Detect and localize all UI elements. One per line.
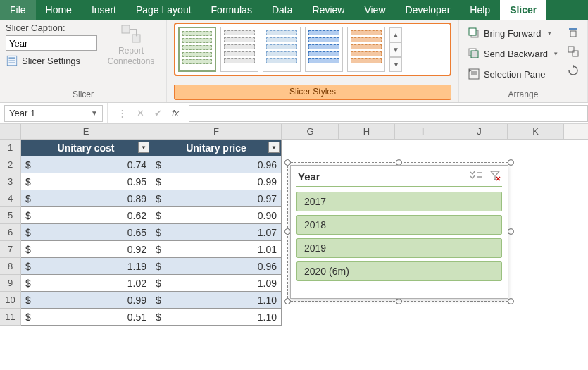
tab-help[interactable]: Help <box>460 0 500 20</box>
slicer-settings-button[interactable]: Slicer Settings <box>6 53 97 67</box>
table-cell[interactable]: $0.96 <box>151 258 282 275</box>
cancel-icon[interactable]: ✕ <box>137 108 144 118</box>
table-cell[interactable]: $0.96 <box>151 156 282 173</box>
row-header[interactable]: 8 <box>0 258 21 275</box>
table-cell[interactable]: $0.99 <box>21 292 151 309</box>
rotate-button[interactable] <box>565 62 582 79</box>
tab-home[interactable]: Home <box>36 0 82 20</box>
select-all-corner[interactable] <box>0 124 21 139</box>
report-connections-label-1: Report <box>118 47 144 56</box>
table-cell[interactable]: $0.97 <box>151 190 282 207</box>
table-cell[interactable]: $0.74 <box>21 156 151 173</box>
selection-pane-button[interactable]: Selection Pane <box>465 65 561 83</box>
resize-handle-s[interactable] <box>396 298 402 304</box>
table-cell[interactable]: $0.95 <box>21 173 151 190</box>
report-connections-button: Report Connections <box>101 23 161 66</box>
formula-input[interactable] <box>189 105 588 122</box>
col-header-f[interactable]: F <box>151 124 282 139</box>
row-header[interactable]: 4 <box>0 190 21 207</box>
multi-select-icon[interactable] <box>470 170 482 183</box>
row-header[interactable]: 2 <box>0 156 21 173</box>
filter-dropdown-icon[interactable]: ▼ <box>138 142 149 153</box>
col-header-j[interactable]: J <box>451 124 508 139</box>
fx-icon[interactable]: fx <box>172 108 179 118</box>
row-header[interactable]: 7 <box>0 241 21 258</box>
table-cell[interactable]: $0.51 <box>21 309 151 326</box>
table-cell[interactable]: $1.09 <box>151 275 282 292</box>
table-cell[interactable]: $0.65 <box>21 224 151 241</box>
ribbon: Slicer Caption: Slicer Settings Report C… <box>0 20 588 103</box>
row-header[interactable]: 5 <box>0 207 21 224</box>
resize-handle-e[interactable] <box>508 228 514 235</box>
slicer-style-5[interactable] <box>347 27 385 72</box>
name-box-value: Year 1 <box>9 108 35 118</box>
slicer-style-3[interactable] <box>263 27 301 72</box>
col-header-i[interactable]: I <box>395 124 451 139</box>
resize-handle-sw[interactable] <box>284 298 291 304</box>
slicer-item-2020[interactable]: 2020 (6m) <box>296 261 502 281</box>
table-cell[interactable]: $0.62 <box>21 207 151 224</box>
tab-slicer[interactable]: Slicer <box>500 0 546 20</box>
row-header[interactable]: 3 <box>0 173 21 190</box>
table-cell[interactable]: $0.89 <box>21 190 151 207</box>
table-cell[interactable]: $0.92 <box>21 241 151 258</box>
name-box[interactable]: Year 1 ▼ <box>4 105 103 122</box>
table-header-cell[interactable]: Unitary price▼ <box>151 140 282 156</box>
row-header[interactable]: 6 <box>0 224 21 241</box>
col-header-k[interactable]: K <box>508 124 564 139</box>
tab-insert[interactable]: Insert <box>82 0 126 20</box>
table-cell[interactable]: $1.02 <box>21 275 151 292</box>
options-icon[interactable]: ⋮ <box>118 108 127 118</box>
slicer-year[interactable]: Year 2017 2018 2019 2020 (6m) <box>290 165 508 299</box>
row-header[interactable]: 11 <box>0 309 21 326</box>
slicer-item-2018[interactable]: 2018 <box>296 215 502 235</box>
slicer-style-4[interactable] <box>305 27 343 72</box>
chevron-down-icon[interactable]: ▾ <box>551 50 558 57</box>
row-header[interactable]: 9 <box>0 275 21 292</box>
tab-file[interactable]: File <box>0 0 36 20</box>
resize-handle-ne[interactable] <box>508 159 514 166</box>
table-cell[interactable]: $1.07 <box>151 224 282 241</box>
slicer-item-2019[interactable]: 2019 <box>296 238 502 258</box>
resize-handle-se[interactable] <box>508 298 514 304</box>
chevron-down-icon[interactable]: ▼ <box>91 109 98 117</box>
align-button[interactable] <box>565 24 582 41</box>
col-header-g[interactable]: G <box>282 124 339 139</box>
table-cell[interactable]: $0.99 <box>151 173 282 190</box>
row-header[interactable]: 10 <box>0 292 21 309</box>
svg-rect-10 <box>471 51 478 58</box>
report-connections-label-2: Connections <box>108 57 155 66</box>
tab-formulas[interactable]: Formulas <box>201 0 262 20</box>
tab-developer[interactable]: Developer <box>396 0 461 20</box>
chevron-down-icon[interactable]: ▾ <box>545 30 551 37</box>
table-header-cell[interactable]: Unitary cost▼ <box>21 140 151 156</box>
col-header-e[interactable]: E <box>21 124 151 139</box>
slicer-caption-input[interactable] <box>6 35 97 51</box>
send-backward-button[interactable]: Send Backward▾ <box>465 44 561 63</box>
tab-view[interactable]: View <box>354 0 395 20</box>
table-cell[interactable]: $1.10 <box>151 292 282 309</box>
table-cell[interactable]: $1.19 <box>21 258 151 275</box>
group-button[interactable] <box>565 43 582 60</box>
enter-icon[interactable]: ✔ <box>154 108 162 118</box>
slicer-style-2[interactable] <box>220 27 258 72</box>
slicer-settings-icon <box>6 54 18 67</box>
tab-page-layout[interactable]: Page Layout <box>126 0 201 20</box>
tab-review[interactable]: Review <box>303 0 355 20</box>
filter-dropdown-icon[interactable]: ▼ <box>268 142 280 153</box>
table-cell[interactable]: $1.10 <box>151 309 282 326</box>
clear-filter-icon[interactable] <box>489 170 501 183</box>
col-header-h[interactable]: H <box>339 124 395 139</box>
table-cell[interactable]: $1.01 <box>151 241 282 258</box>
row-header[interactable]: 1 <box>0 140 21 156</box>
gallery-up-button[interactable]: ▲ <box>389 27 402 42</box>
slicer-style-1[interactable] <box>178 27 216 72</box>
bring-forward-button[interactable]: Bring Forward▾ <box>465 24 561 42</box>
tab-data[interactable]: Data <box>262 0 303 20</box>
gallery-down-button[interactable]: ▼ <box>389 42 402 57</box>
gallery-more-button[interactable]: ▾ <box>389 57 402 72</box>
table-row: 9$1.02$1.09 <box>0 275 282 292</box>
table-cell[interactable]: $0.90 <box>151 207 282 224</box>
slicer-item-2017[interactable]: 2017 <box>296 192 502 211</box>
slicer-styles-gallery[interactable]: ▲ ▼ ▾ <box>174 23 451 76</box>
